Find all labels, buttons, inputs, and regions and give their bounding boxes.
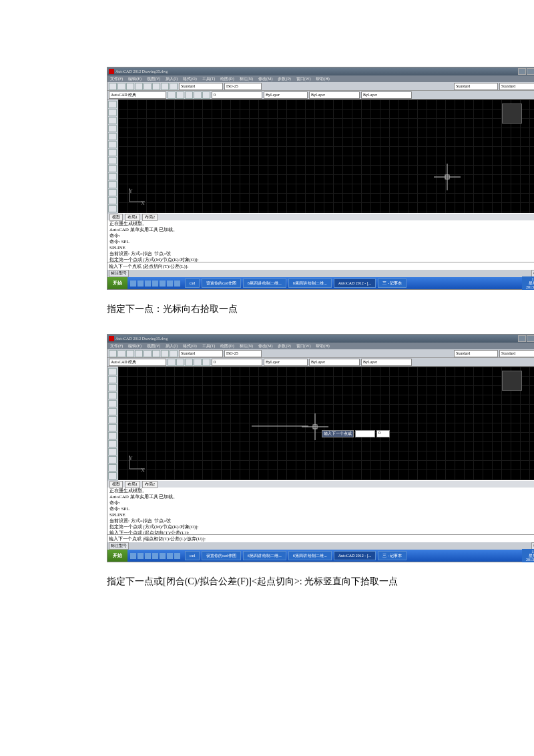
tool-icon[interactable] xyxy=(108,400,117,407)
task-item[interactable]: 设置你的cad作图 xyxy=(202,278,240,288)
style2-dropdown[interactable]: Standard xyxy=(454,350,498,357)
color-dropdown[interactable]: ByLayer xyxy=(264,359,308,366)
viewcube[interactable] xyxy=(502,371,522,391)
tab-layout2[interactable]: 布局2 xyxy=(142,481,158,488)
menu-draw[interactable]: 绘图(D) xyxy=(220,343,234,349)
task-item[interactable]: cad xyxy=(185,551,200,560)
task-item[interactable]: 设置你的cad作图 xyxy=(202,551,240,560)
tool-icon[interactable] xyxy=(176,91,184,99)
tool-icon[interactable] xyxy=(108,440,117,447)
ql-icon[interactable] xyxy=(174,280,180,287)
lweight-dropdown[interactable]: ByLayer xyxy=(361,359,412,366)
tool-icon[interactable] xyxy=(108,141,117,148)
menu-modify[interactable]: 修改(M) xyxy=(258,343,272,349)
tab-layout1[interactable]: 布局1 xyxy=(125,214,140,221)
iso-dropdown[interactable]: ISO-25 xyxy=(224,350,262,357)
tool-icon[interactable] xyxy=(176,359,184,366)
menu-tools[interactable]: 工具(T) xyxy=(202,76,216,82)
tool-icon[interactable] xyxy=(108,472,117,480)
style-dropdown[interactable]: Standard xyxy=(179,83,223,90)
task-item[interactable]: 6第四讲 绘制二维... xyxy=(243,551,286,560)
menu-insert[interactable]: 插入(I) xyxy=(166,343,178,349)
tool-icon[interactable] xyxy=(108,165,117,172)
ql-icon[interactable] xyxy=(130,553,136,559)
command-input[interactable]: 输入下一个点或 [起点切向(T)/公差(L)]: xyxy=(107,262,534,270)
ltype-dropdown[interactable]: ByLayer xyxy=(309,91,360,99)
ql-icon[interactable] xyxy=(138,553,144,559)
style3-dropdown[interactable]: Standard xyxy=(499,83,534,90)
tool-icon[interactable] xyxy=(108,416,117,423)
task-item[interactable]: 三 - 记事本 xyxy=(378,551,407,560)
minimize-button[interactable] xyxy=(518,68,526,75)
tool-icon[interactable] xyxy=(126,350,134,357)
tool-icon[interactable] xyxy=(108,173,117,180)
tool-icon[interactable] xyxy=(144,83,152,90)
menu-dim[interactable]: 标注(N) xyxy=(240,76,253,82)
start-button[interactable]: 开始 xyxy=(107,550,127,562)
ql-icon[interactable] xyxy=(174,553,180,559)
task-item[interactable]: 三 - 记事本 xyxy=(378,278,407,288)
tool-icon[interactable] xyxy=(108,101,117,108)
tool-icon[interactable] xyxy=(108,392,117,399)
ql-icon[interactable] xyxy=(138,280,144,287)
tool-icon[interactable] xyxy=(108,376,117,383)
ql-icon[interactable] xyxy=(167,553,173,559)
ws-dropdown[interactable]: AutoCAD 经典 xyxy=(109,91,166,99)
menu-help[interactable]: 帮助(H) xyxy=(316,76,329,82)
menu-help[interactable]: 帮助(H) xyxy=(316,343,329,349)
tool-icon[interactable] xyxy=(194,91,202,99)
system-tray[interactable]: 11:50星期日2013-9-8 xyxy=(522,549,534,562)
layer-dropdown[interactable]: 0 xyxy=(212,91,262,99)
tool-icon[interactable] xyxy=(108,456,117,463)
ql-icon[interactable] xyxy=(152,280,158,287)
tool-icon[interactable] xyxy=(117,350,125,357)
menu-file[interactable]: 文件(F) xyxy=(110,76,123,82)
task-item[interactable]: cad xyxy=(185,278,200,288)
menu-view[interactable]: 视图(V) xyxy=(147,76,160,82)
tool-icon[interactable] xyxy=(170,83,178,90)
tab-model[interactable]: 模型 xyxy=(109,481,123,488)
style2-dropdown[interactable]: Standard xyxy=(454,83,498,90)
tool-icon[interactable] xyxy=(108,384,117,391)
tool-icon[interactable] xyxy=(126,83,134,90)
tab-layout1[interactable]: 布局1 xyxy=(125,481,140,488)
task-item-active[interactable]: AutoCAD 2012 - [... xyxy=(334,551,376,560)
tool-icon[interactable] xyxy=(108,125,117,132)
task-item[interactable]: 6第四讲 绘制二维... xyxy=(288,278,332,288)
tool-icon[interactable] xyxy=(108,181,117,188)
menu-window[interactable]: 窗口(W) xyxy=(296,76,311,82)
tool-icon[interactable] xyxy=(108,189,117,196)
lweight-dropdown[interactable]: ByLayer xyxy=(361,91,412,99)
menu-view[interactable]: 视图(V) xyxy=(147,343,160,349)
menu-param[interactable]: 参数(P) xyxy=(278,76,290,82)
ql-icon[interactable] xyxy=(160,553,166,559)
menu-edit[interactable]: 编辑(E) xyxy=(128,76,142,82)
tool-icon[interactable] xyxy=(185,359,193,366)
tool-icon[interactable] xyxy=(108,157,117,164)
minimize-button[interactable] xyxy=(518,335,526,342)
style-dropdown[interactable]: Standard xyxy=(179,350,223,357)
tool-icon[interactable] xyxy=(135,83,143,90)
menu-tools[interactable]: 工具(T) xyxy=(202,343,216,349)
system-tray[interactable]: 11:50星期日2013-9-8 xyxy=(522,276,534,290)
tool-icon[interactable] xyxy=(202,91,210,99)
task-item[interactable]: 6第四讲 绘制二维... xyxy=(243,278,286,288)
drawing-canvas[interactable]: YX 输入下一个点或 0 xyxy=(118,367,534,480)
tab-model[interactable]: 模型 xyxy=(109,214,123,221)
ltype-dropdown[interactable]: ByLayer xyxy=(309,359,360,366)
tool-icon[interactable] xyxy=(144,350,152,357)
ql-icon[interactable] xyxy=(152,553,158,559)
iso-dropdown[interactable]: ISO-25 xyxy=(224,83,262,90)
menu-format[interactable]: 格式(O) xyxy=(183,343,196,349)
tool-icon[interactable] xyxy=(161,350,169,357)
tool-icon[interactable] xyxy=(170,350,178,357)
menu-insert[interactable]: 插入(I) xyxy=(166,76,178,82)
task-item[interactable]: 6第四讲 绘制二维... xyxy=(288,551,332,560)
tool-icon[interactable] xyxy=(108,432,117,439)
tool-icon[interactable] xyxy=(108,408,117,415)
menu-edit[interactable]: 编辑(E) xyxy=(128,343,142,349)
menu-format[interactable]: 格式(O) xyxy=(183,76,196,82)
tool-icon[interactable] xyxy=(168,359,176,366)
tool-icon[interactable] xyxy=(108,197,117,204)
tool-icon[interactable] xyxy=(168,91,176,99)
